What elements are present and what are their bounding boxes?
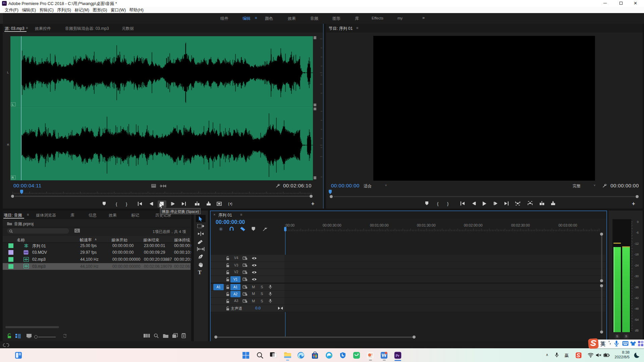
- svg-text:Pr: Pr: [396, 354, 400, 358]
- svg-text:}: }: [231, 202, 232, 206]
- svg-text:}: }: [126, 201, 127, 206]
- svg-text:{: {: [228, 202, 229, 206]
- svg-text:{: {: [116, 201, 117, 206]
- svg-text:}: }: [447, 201, 449, 206]
- svg-text:R: R: [12, 176, 14, 179]
- svg-text:L: L: [12, 103, 14, 106]
- svg-text:{: {: [437, 201, 439, 206]
